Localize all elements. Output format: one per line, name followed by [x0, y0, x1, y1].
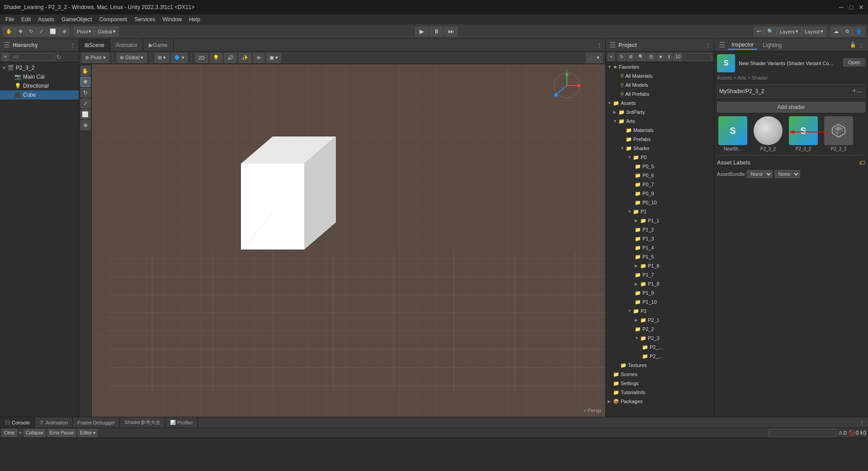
proj-p14[interactable]: 📁 P1_4 — [606, 243, 714, 252]
minimize-btn[interactable]: ─ — [838, 4, 844, 10]
bottom-menu-btn[interactable]: ⋮ — [859, 419, 865, 426]
scene-tab-animator[interactable]: Animator — [110, 39, 143, 51]
bottom-tab-animation[interactable]: ⏱ Animation — [35, 417, 73, 428]
proj-all-models[interactable]: ⚲ All Models — [606, 80, 714, 89]
clear-dropdown-arrow[interactable]: ▾ — [19, 430, 22, 436]
hierarchy-item-maincal[interactable]: 📷 Main Cal — [0, 72, 79, 81]
inspector-open-btn[interactable]: Open — [843, 58, 865, 66]
scene-overlay-btn[interactable]: 👁 — [253, 53, 264, 63]
project-options-btn[interactable]: ⋮ — [705, 42, 711, 49]
scene-menu-btn[interactable]: ⋮ — [596, 42, 603, 49]
proj-tutorialinfo[interactable]: 📁 TutorialInfo — [606, 388, 714, 397]
custom-tool-icon[interactable]: ⊕ — [80, 120, 90, 130]
search-btn[interactable]: 🔍 — [764, 27, 777, 37]
proj-p2[interactable]: ▼ 📁 P2 — [606, 306, 714, 316]
layers-btn[interactable]: Layers ▾ — [777, 27, 802, 37]
proj-arts[interactable]: ▼ 📁 Arts — [606, 117, 714, 126]
proj-star-btn[interactable]: ★ — [656, 53, 665, 61]
proj-p06[interactable]: 📁 P0_6 — [606, 171, 714, 180]
hierarchy-item-directional[interactable]: 💡 Directional — [0, 81, 79, 90]
scene-tab-scene[interactable]: ⊞ Scene — [79, 39, 110, 51]
scene-pivot-btn[interactable]: ⊕ Pivot ▾ — [82, 53, 109, 63]
proj-prefabs[interactable]: 📁 Prefabs — [606, 135, 714, 144]
scene-grid-btn[interactable]: ⊞ ▾ — [155, 53, 169, 63]
shader-item-p232-shader[interactable]: S P2_3_2 — [788, 116, 819, 151]
proj-materials[interactable]: 📁 Materials — [606, 126, 714, 135]
proj-p0[interactable]: ▼ 📁 P0 — [606, 153, 714, 162]
move-tool-icon[interactable]: ✥ — [80, 77, 90, 87]
proj-p19[interactable]: 📁 P1_9 — [606, 288, 714, 297]
menu-help[interactable]: Help — [185, 15, 204, 24]
rect-tool-icon[interactable]: ⬜ — [80, 109, 90, 119]
inspector-lock-icon[interactable]: 🔓 — [850, 42, 856, 48]
shader-item-p232-unity[interactable]: P2_3_2 — [823, 116, 854, 151]
proj-p13[interactable]: 📁 P1_3 — [606, 234, 714, 243]
proj-all-materials[interactable]: ⚲ All Materials — [606, 71, 714, 80]
proj-p18[interactable]: ▶ 📁 P1_8 — [606, 279, 714, 288]
proj-3rdparty[interactable]: ▶ 📁 3rdParty — [606, 108, 714, 117]
step-btn[interactable]: ⏭ — [444, 27, 458, 37]
menu-file[interactable]: File — [2, 15, 18, 24]
proj-p23-sub1[interactable]: 📁 P2_... — [606, 343, 714, 352]
scene-cam-btn[interactable]: 🎥 ▾ — [586, 53, 603, 63]
hand-tool-icon[interactable]: ✋ — [80, 66, 90, 76]
proj-p010[interactable]: 📁 P0_10 — [606, 198, 714, 207]
inspector-minus-icon[interactable]: — — [857, 88, 863, 95]
maximize-btn[interactable]: □ — [848, 4, 854, 10]
bottom-tab-profiler[interactable]: 📊 Profiler — [165, 417, 198, 428]
menu-gameobject[interactable]: GameObject — [58, 15, 95, 24]
shader-item-sphere[interactable]: P2_3_2 — [752, 116, 784, 151]
proj-p1[interactable]: ▼ 📁 P1 — [606, 207, 714, 216]
scale-tool-icon[interactable]: ⤢ — [80, 99, 90, 108]
proj-search-btn[interactable]: 🔍 — [636, 53, 646, 61]
bottom-tab-console[interactable]: ⬛ Console — [0, 417, 35, 428]
add-shader-btn[interactable]: Add shader — [717, 102, 865, 113]
proj-p16[interactable]: ▶ 📁 P1_6 — [606, 261, 714, 270]
pause-btn[interactable]: ⏸ — [429, 27, 443, 37]
menu-component[interactable]: Component — [95, 15, 131, 24]
scene-global-btn[interactable]: ⊕ Global ▾ — [117, 53, 147, 63]
scene-audio-btn[interactable]: 🔊 — [224, 53, 237, 63]
proj-p05[interactable]: 📁 P0_5 — [606, 162, 714, 171]
move-tool-btn[interactable]: ✥ — [15, 27, 26, 37]
menu-edit[interactable]: Edit — [18, 15, 34, 24]
scale-tool-btn[interactable]: ⤢ — [36, 27, 47, 37]
proj-packages[interactable]: ▶ 📦 Packages — [606, 397, 714, 406]
play-btn[interactable]: ▶ — [415, 27, 429, 37]
proj-all-prefabs[interactable]: ⚲ All Prefabs — [606, 89, 714, 99]
proj-p09[interactable]: 📁 P0_9 — [606, 189, 714, 198]
proj-settings-btn[interactable]: ⚙ — [627, 53, 635, 61]
layout-btn[interactable]: Layout ▾ — [802, 27, 826, 37]
menu-window[interactable]: Window — [159, 15, 185, 24]
scene-fx-btn[interactable]: ✨ — [239, 53, 251, 63]
editor-dropdown-btn[interactable]: Editor ▾ — [78, 429, 98, 437]
scene-shading-btn[interactable]: ▣ ▾ — [266, 53, 281, 63]
proj-p12[interactable]: 📁 P1_2 — [606, 225, 714, 234]
asset-labels-tag-btn[interactable]: 🏷 — [859, 159, 865, 166]
collapse-btn[interactable]: Collapse — [24, 429, 46, 437]
error-pause-btn[interactable]: Error Pause — [47, 429, 76, 437]
proj-p07[interactable]: 📁 P0_7 — [606, 180, 714, 189]
proj-info-btn[interactable]: ℹ — [666, 53, 672, 61]
proj-shader[interactable]: ▼ 📁 Shader — [606, 144, 714, 153]
proj-p11[interactable]: ▶ 📁 P1_1 — [606, 216, 714, 225]
proj-num-btn[interactable]: 10 — [673, 53, 683, 61]
transform-tool-btn[interactable]: ⊕ — [59, 27, 70, 37]
scene-viewport[interactable]: ✋ ✥ ↻ ⤢ ⬜ ⊕ — [79, 64, 605, 417]
hierarchy-item-cube[interactable]: ⬛ Cube — [0, 90, 79, 99]
hierarchy-add-btn[interactable]: ☰ — [3, 41, 11, 49]
proj-p22[interactable]: 📁 P2_2 — [606, 325, 714, 334]
hierarchy-menu-btn[interactable]: ⋮ — [70, 42, 76, 49]
account-btn[interactable]: 👤 — [853, 27, 865, 37]
proj-p17[interactable]: 📁 P1_7 — [606, 270, 714, 279]
bottom-tab-shader-ref[interactable]: Shader参考大全 — [120, 417, 165, 428]
lighting-tab[interactable]: Lighting — [759, 41, 785, 49]
menu-assets[interactable]: Assets — [34, 15, 58, 24]
undo-btn[interactable]: ↩ — [754, 27, 764, 37]
project-add-btn[interactable]: + — [608, 53, 615, 61]
proj-p23[interactable]: ▼ 📁 P2_3 — [606, 334, 714, 343]
inspector-tab[interactable]: Inspector — [728, 41, 757, 50]
inspector-options-btn[interactable]: ⋮ — [858, 42, 864, 49]
hierarchy-refresh-icon[interactable]: ↻ — [56, 53, 61, 61]
proj-scenes[interactable]: 📁 Scenes — [606, 370, 714, 379]
